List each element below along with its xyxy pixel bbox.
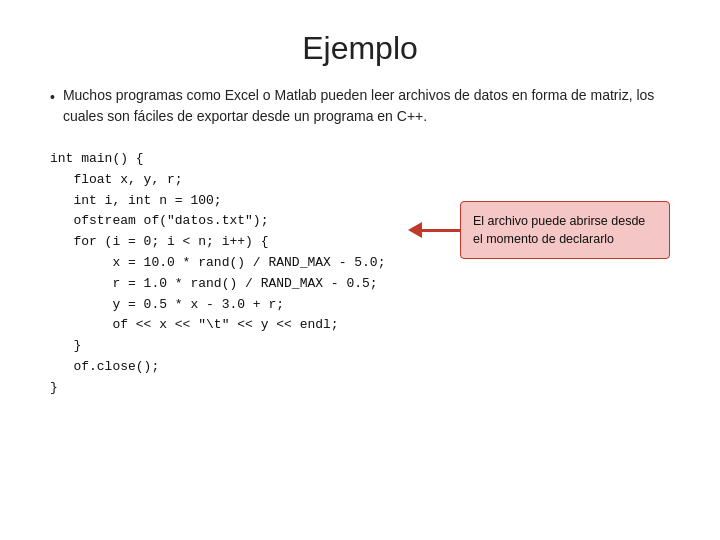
code-line-11: of.close(); (50, 357, 670, 378)
code-block: int main() { float x, y, r; int i, int n… (50, 149, 670, 399)
arrow-head (408, 222, 422, 238)
code-line-9: of << x << "\t" << y << endl; (50, 315, 670, 336)
code-line-2: float x, y, r; (50, 170, 670, 191)
callout-box: El archivo puede abrirse desde el moment… (460, 201, 670, 259)
callout-text: El archivo puede abrirse desde el moment… (473, 214, 645, 246)
bullet-dot: • (50, 87, 55, 108)
code-line-7: r = 1.0 * rand() / RAND_MAX - 0.5; (50, 274, 670, 295)
code-line-10: } (50, 336, 670, 357)
code-line-8: y = 0.5 * x - 3.0 + r; (50, 295, 670, 316)
callout-arrow (408, 222, 460, 238)
page-title: Ejemplo (50, 30, 670, 67)
intro-text: • Muchos programas como Excel o Matlab p… (50, 85, 670, 127)
page: Ejemplo • Muchos programas como Excel o … (0, 0, 720, 540)
intro-paragraph: Muchos programas como Excel o Matlab pue… (63, 85, 670, 127)
code-line-1: int main() { (50, 149, 670, 170)
code-line-12: } (50, 378, 670, 399)
arrow-shaft (422, 229, 460, 232)
